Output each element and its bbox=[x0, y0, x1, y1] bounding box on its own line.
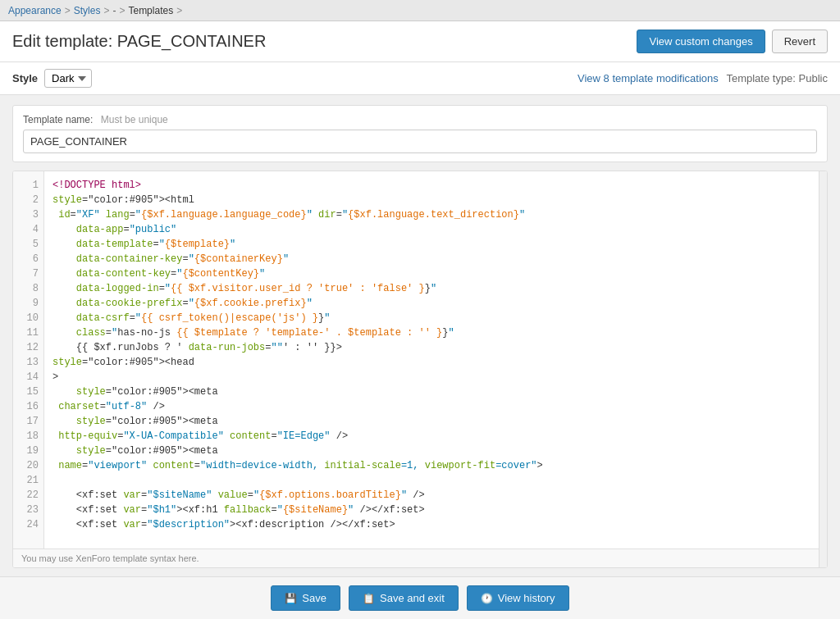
sub-header: Style Dark View 8 template modifications… bbox=[0, 62, 840, 95]
code-line: style="color:#905"><meta http-equiv="X-U… bbox=[52, 414, 819, 444]
save-exit-icon bbox=[363, 592, 375, 604]
code-content[interactable]: <!DOCTYPE html>style="color:#905"><html … bbox=[44, 171, 827, 548]
page-header: Edit template: PAGE_CONTAINER View custo… bbox=[0, 21, 840, 62]
page-title: Edit template: PAGE_CONTAINER bbox=[12, 32, 266, 51]
breadcrumb-sep4: > bbox=[176, 5, 182, 16]
line-number: 18 bbox=[18, 429, 39, 444]
code-line: <xf:set var="$description"><xf:descripti… bbox=[52, 517, 819, 532]
content-area: Template name: Must be unique 1234567891… bbox=[0, 95, 840, 578]
history-icon bbox=[481, 592, 493, 604]
save-exit-label: Save and exit bbox=[380, 592, 445, 604]
line-number: 15 bbox=[18, 385, 39, 399]
breadcrumb-sep1: > bbox=[65, 5, 71, 16]
breadcrumb-styles[interactable]: Styles bbox=[74, 5, 101, 16]
code-line: style="color:#905"><meta charset="utf-8"… bbox=[52, 385, 819, 414]
code-line: style="color:#905"><meta name="viewport"… bbox=[52, 444, 819, 473]
action-bar: Save Save and exit View history bbox=[0, 576, 840, 619]
line-number: 24 bbox=[18, 517, 39, 532]
line-number: 20 bbox=[18, 458, 39, 473]
template-name-hint: Must be unique bbox=[101, 114, 168, 125]
line-number: 16 bbox=[18, 399, 39, 414]
line-number: 10 bbox=[18, 311, 39, 325]
breadcrumb-style-name: - bbox=[112, 5, 116, 16]
save-button[interactable]: Save bbox=[271, 585, 340, 611]
line-number: 5 bbox=[18, 237, 39, 252]
template-mods-link[interactable]: View 8 template modifications bbox=[578, 72, 719, 84]
template-name-section: Template name: Must be unique bbox=[12, 105, 828, 162]
line-number: 7 bbox=[18, 266, 39, 281]
style-dropdown[interactable]: Dark bbox=[44, 69, 92, 88]
line-number: 14 bbox=[18, 370, 39, 385]
code-line: <!DOCTYPE html> bbox=[52, 178, 819, 193]
code-line: <xf:set var="$siteName" value="{$xf.opti… bbox=[52, 488, 819, 503]
line-number: 4 bbox=[18, 222, 39, 237]
editor-footer: You may use XenForo template syntax here… bbox=[13, 548, 827, 567]
editor-inner: 123456789101112131415161718192021222324 … bbox=[13, 171, 827, 548]
code-line: data-logged-in="{{ $xf.visitor.user_id ?… bbox=[52, 281, 819, 296]
style-selector: Style Dark bbox=[12, 69, 92, 88]
header-buttons: View custom changes Revert bbox=[637, 30, 828, 53]
code-line: class="has-no-js {{ $template ? 'templat… bbox=[52, 325, 819, 340]
line-number: 9 bbox=[18, 296, 39, 311]
save-icon bbox=[285, 592, 297, 604]
line-number: 1 bbox=[18, 178, 39, 193]
breadcrumb-templates: Templates bbox=[128, 5, 173, 16]
template-name-input[interactable] bbox=[23, 130, 817, 153]
code-line: data-csrf="{{ csrf_token()|escape('js') … bbox=[52, 311, 819, 325]
template-type-info: Template type: Public bbox=[726, 72, 828, 84]
save-label: Save bbox=[302, 592, 326, 604]
line-number: 6 bbox=[18, 252, 39, 266]
code-line bbox=[52, 473, 819, 488]
line-numbers: 123456789101112131415161718192021222324 bbox=[13, 171, 44, 548]
template-mods: View 8 template modifications Template t… bbox=[578, 72, 828, 84]
code-line: data-app="public" bbox=[52, 222, 819, 237]
code-line: data-content-key="{$contentKey}" bbox=[52, 266, 819, 281]
line-number: 13 bbox=[18, 355, 39, 370]
line-number: 19 bbox=[18, 444, 39, 458]
breadcrumb: Appearance > Styles > - > Templates > bbox=[0, 0, 840, 21]
code-line bbox=[52, 532, 819, 547]
line-number: 23 bbox=[18, 503, 39, 517]
view-history-button[interactable]: View history bbox=[467, 585, 569, 611]
line-number: 22 bbox=[18, 488, 39, 503]
line-number: 3 bbox=[18, 207, 39, 222]
breadcrumb-sep2: > bbox=[103, 5, 109, 16]
history-label: View history bbox=[498, 592, 555, 604]
breadcrumb-sep3: > bbox=[119, 5, 125, 16]
line-number: 12 bbox=[18, 340, 39, 355]
scrollbar[interactable] bbox=[819, 171, 827, 548]
line-number: 11 bbox=[18, 325, 39, 340]
style-label: Style bbox=[12, 72, 38, 84]
code-line: {{ $xf.runJobs ? ' data-run-jobs=""' : '… bbox=[52, 340, 819, 355]
code-line: style="color:#905"><html id="XF" lang="{… bbox=[52, 193, 819, 222]
save-and-exit-button[interactable]: Save and exit bbox=[349, 585, 459, 611]
code-line: data-cookie-prefix="{$xf.cookie.prefix}" bbox=[52, 296, 819, 311]
line-number: 17 bbox=[18, 414, 39, 429]
code-line: style="color:#905"><head> bbox=[52, 355, 819, 385]
line-number: 2 bbox=[18, 193, 39, 207]
code-editor: 123456789101112131415161718192021222324 … bbox=[12, 171, 828, 568]
code-line: data-template="{$template}" bbox=[52, 237, 819, 252]
code-line: style="color:#905"><title><xf:title form… bbox=[52, 547, 819, 548]
revert-button[interactable]: Revert bbox=[772, 30, 828, 53]
line-number: 8 bbox=[18, 281, 39, 296]
breadcrumb-appearance[interactable]: Appearance bbox=[8, 5, 62, 16]
line-number: 21 bbox=[18, 473, 39, 488]
code-line: <xf:set var="$h1"><xf:h1 fallback="{$sit… bbox=[52, 503, 819, 517]
code-line: data-container-key="{$containerKey}" bbox=[52, 252, 819, 266]
view-custom-changes-button[interactable]: View custom changes bbox=[637, 30, 765, 53]
template-name-label: Template name: Must be unique bbox=[23, 114, 817, 125]
